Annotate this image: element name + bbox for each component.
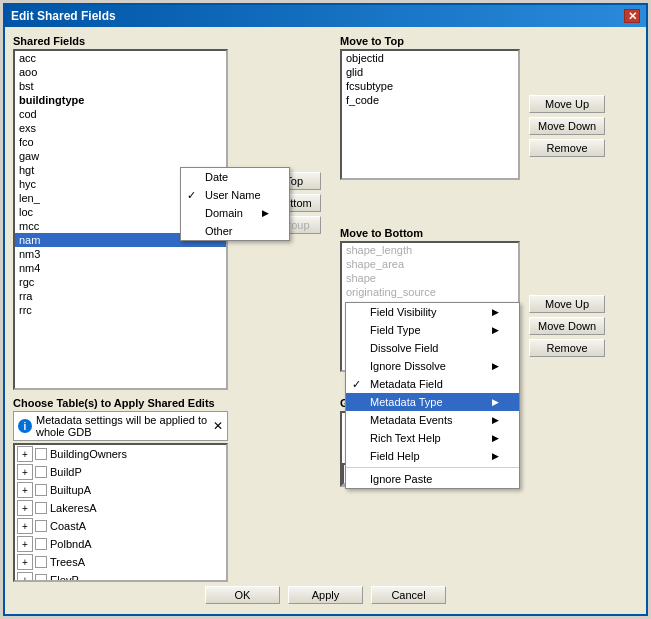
sub-other[interactable]: Other — [181, 222, 289, 240]
list-item[interactable]: shape_area — [342, 257, 518, 271]
remove-bottom-button[interactable]: Remove — [529, 339, 605, 357]
sub-username-label: User Name — [205, 189, 261, 201]
ctx-ignore-dissolve-arrow: ▶ — [492, 361, 499, 371]
sub-domain[interactable]: Domain ▶ — [181, 204, 289, 222]
tree-expand[interactable]: + — [17, 464, 33, 480]
close-button[interactable]: ✕ — [624, 9, 640, 23]
tree-item[interactable]: +BuildingOwners — [15, 445, 226, 463]
tree-expand[interactable]: + — [17, 482, 33, 498]
tree-expand[interactable]: + — [17, 446, 33, 462]
shared-fields-title: Shared Fields — [13, 35, 228, 47]
dialog-title: Edit Shared Fields — [11, 9, 116, 23]
tree-label: BuildP — [50, 466, 82, 478]
move-to-top-list[interactable]: objectidglidfcsubtypef_code — [340, 49, 520, 180]
list-item[interactable]: buildingtype — [15, 93, 226, 107]
tree-item[interactable]: +LakeresA — [15, 499, 226, 517]
title-bar: Edit Shared Fields ✕ — [5, 5, 646, 27]
tree-item[interactable]: +ElevP — [15, 571, 226, 582]
tree-checkbox[interactable] — [35, 502, 47, 514]
list-item[interactable]: originating_source — [342, 285, 518, 299]
sub-date-label: Date — [205, 171, 228, 183]
tree-item[interactable]: +PolbndA — [15, 535, 226, 553]
info-close[interactable]: ✕ — [213, 419, 223, 433]
list-item[interactable]: rrc — [15, 303, 226, 317]
ctx-metadata-events[interactable]: Metadata Events ▶ — [346, 411, 519, 429]
ctx-field-type-arrow: ▶ — [492, 325, 499, 335]
list-item[interactable]: objectid — [342, 51, 518, 65]
ctx-ignore-dissolve-label: Ignore Dissolve — [370, 360, 446, 372]
tree-checkbox[interactable] — [35, 520, 47, 532]
list-item[interactable]: nm4 — [15, 261, 226, 275]
tree-label: PolbndA — [50, 538, 92, 550]
ctx-field-help-arrow: ▶ — [492, 451, 499, 461]
remove-top-button[interactable]: Remove — [529, 139, 605, 157]
ctx-field-help[interactable]: Field Help ▶ — [346, 447, 519, 465]
ctx-field-visibility-arrow: ▶ — [492, 307, 499, 317]
list-item[interactable]: nm3 — [15, 247, 226, 261]
info-text: Metadata settings will be applied to who… — [36, 414, 209, 438]
tree-checkbox[interactable] — [35, 574, 47, 582]
move-up-top-button[interactable]: Move Up — [529, 95, 605, 113]
move-up-bottom-button[interactable]: Move Up — [529, 295, 605, 313]
list-item[interactable]: shape — [342, 271, 518, 285]
list-item[interactable]: fco — [15, 135, 226, 149]
list-item[interactable]: cod — [15, 107, 226, 121]
list-item[interactable]: gaw — [15, 149, 226, 163]
ctx-metadata-type[interactable]: Metadata Type ▶ — [346, 393, 519, 411]
ctx-field-visibility[interactable]: Field Visibility ▶ — [346, 303, 519, 321]
list-item[interactable]: rra — [15, 289, 226, 303]
sub-username-check: ✓ — [187, 189, 196, 202]
ctx-separator — [346, 467, 519, 468]
ctx-rich-text-help[interactable]: Rich Text Help ▶ — [346, 429, 519, 447]
apply-button[interactable]: Apply — [288, 586, 363, 604]
edit-shared-fields-dialog: Edit Shared Fields ✕ Shared Fields accao… — [3, 3, 648, 616]
choose-table-list[interactable]: +BuildingOwners+BuildP+BuiltupA+LakeresA… — [13, 443, 228, 582]
move-down-top-button[interactable]: Move Down — [529, 117, 605, 135]
tree-checkbox[interactable] — [35, 466, 47, 478]
list-item[interactable]: glid — [342, 65, 518, 79]
list-item[interactable]: acc — [15, 51, 226, 65]
tree-expand[interactable]: + — [17, 554, 33, 570]
choose-table-panel: Choose Table(s) to Apply Shared Edits i … — [13, 397, 228, 582]
tree-expand[interactable]: + — [17, 536, 33, 552]
sub-username[interactable]: ✓ User Name — [181, 186, 289, 204]
ctx-metadata-events-arrow: ▶ — [492, 415, 499, 425]
tree-item[interactable]: +BuildP — [15, 463, 226, 481]
bottom-buttons: OK Apply Cancel — [5, 586, 646, 604]
tree-item[interactable]: +TreesA — [15, 553, 226, 571]
ok-button[interactable]: OK — [205, 586, 280, 604]
tree-expand[interactable]: + — [17, 518, 33, 534]
tree-checkbox[interactable] — [35, 448, 47, 460]
list-item[interactable]: rgc — [15, 275, 226, 289]
list-item[interactable]: aoo — [15, 65, 226, 79]
tree-item[interactable]: +CoastA — [15, 517, 226, 535]
list-item[interactable]: bst — [15, 79, 226, 93]
move-down-bottom-button[interactable]: Move Down — [529, 317, 605, 335]
list-item[interactable]: fcsubtype — [342, 79, 518, 93]
ctx-rich-text-help-label: Rich Text Help — [370, 432, 441, 444]
ctx-dissolve-field[interactable]: Dissolve Field — [346, 339, 519, 357]
ctx-metadata-field[interactable]: ✓ Metadata Field — [346, 375, 519, 393]
tree-expand[interactable]: + — [17, 572, 33, 582]
ctx-ignore-paste[interactable]: Ignore Paste — [346, 470, 519, 488]
ctx-ignore-dissolve[interactable]: Ignore Dissolve ▶ — [346, 357, 519, 375]
sub-date[interactable]: Date — [181, 168, 289, 186]
tree-item[interactable]: +BuiltupA — [15, 481, 226, 499]
tree-expand[interactable]: + — [17, 500, 33, 516]
ctx-metadata-type-label: Metadata Type — [370, 396, 443, 408]
ctx-metadata-field-check: ✓ — [352, 378, 361, 391]
tree-checkbox[interactable] — [35, 484, 47, 496]
list-item[interactable]: exs — [15, 121, 226, 135]
ctx-ignore-paste-label: Ignore Paste — [370, 473, 432, 485]
list-item[interactable]: shape_length — [342, 243, 518, 257]
ctx-field-visibility-label: Field Visibility — [370, 306, 436, 318]
ctx-field-type[interactable]: Field Type ▶ — [346, 321, 519, 339]
move-to-bottom-title: Move to Bottom — [340, 227, 520, 239]
cancel-button[interactable]: Cancel — [371, 586, 446, 604]
ctx-dissolve-field-label: Dissolve Field — [370, 342, 438, 354]
tree-label: TreesA — [50, 556, 85, 568]
list-item[interactable]: f_code — [342, 93, 518, 107]
tree-checkbox[interactable] — [35, 556, 47, 568]
tree-checkbox[interactable] — [35, 538, 47, 550]
right-buttons-top: Move Up Move Down Remove — [529, 95, 605, 157]
